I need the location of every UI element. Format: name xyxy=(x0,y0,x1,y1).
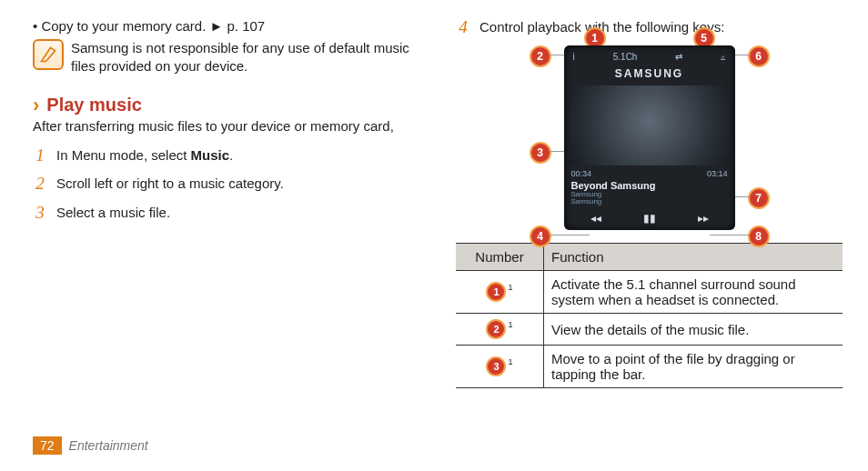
time-total: 03:14 xyxy=(707,169,728,178)
footnote-1: 1 xyxy=(508,283,512,292)
time-current: 00:34 xyxy=(571,169,592,178)
numball-2: 2 xyxy=(486,319,506,339)
shuffle-icon[interactable]: ⇄ xyxy=(675,52,682,62)
chevron-icon: › xyxy=(33,95,39,115)
page-footer: 72 Entertainment xyxy=(33,436,148,455)
track-album: Samsung xyxy=(570,198,730,206)
bullet-copy-to-card: • Copy to your memory card. ► p. 107 xyxy=(33,18,419,34)
callout-7: 7 xyxy=(748,187,770,209)
step-num-3: 3 xyxy=(33,204,47,221)
step-num-1: 1 xyxy=(33,146,47,164)
bullet-text: Copy to your memory card. ► p. 107 xyxy=(41,18,265,34)
caret-up-icon[interactable]: ▵ xyxy=(721,52,725,62)
note-row: Samsung is not responsible for any use o… xyxy=(33,39,419,75)
table-header-row: Number Function xyxy=(456,244,843,271)
next-button[interactable]: ▸▸ xyxy=(698,212,709,225)
callout-6: 6 xyxy=(748,45,770,67)
prev-button[interactable]: ◂◂ xyxy=(590,212,601,225)
time-bar[interactable]: 00:34 03:14 xyxy=(570,169,730,178)
right-column: 4 Control playback with the following ke… xyxy=(456,18,843,388)
left-column: • Copy to your memory card. ► p. 107 Sam… xyxy=(33,18,419,388)
step-num-2: 2 xyxy=(33,175,47,192)
step-num-4: 4 xyxy=(456,18,470,36)
numball-1: 1 xyxy=(486,282,506,302)
func-3: Move to a point of the file by dragging … xyxy=(544,346,843,388)
step-2: 2 Scroll left or right to a music catego… xyxy=(33,175,419,193)
section-desc: After transferring music files to your d… xyxy=(33,117,419,135)
table-row: 21 View the details of the music file. xyxy=(456,314,843,346)
func-2: View the details of the music file. xyxy=(544,314,843,346)
player-top-bar: i 5.1Ch ⇄ ▵ xyxy=(570,51,730,64)
surround-icon[interactable]: 5.1Ch xyxy=(613,52,638,62)
album-art xyxy=(570,85,730,165)
numball-3: 3 xyxy=(486,356,506,376)
func-1: Activate the 5.1 channel surround sound … xyxy=(544,271,843,314)
step-3: 3 Select a music file. xyxy=(33,204,419,222)
step-1: 1 In Menu mode, select Music. xyxy=(33,146,419,165)
callout-4: 4 xyxy=(530,225,551,247)
step-3-text: Select a music file. xyxy=(56,204,170,222)
play-pause-button[interactable]: ▮▮ xyxy=(643,212,656,225)
steps-list: 1 In Menu mode, select Music. 2 Scroll l… xyxy=(33,146,419,222)
step-4: 4 Control playback with the following ke… xyxy=(456,18,843,36)
footnote-1: 1 xyxy=(508,320,512,329)
info-icon[interactable]: i xyxy=(573,52,575,62)
brand-label: SAMSUNG xyxy=(570,67,730,80)
track-title: Beyond Samsung xyxy=(570,180,730,191)
step-2-text: Scroll left or right to a music category… xyxy=(56,175,284,193)
player-diagram: 2 3 4 1 6 7 8 5 i 5.1Ch ⇄ ▵ xyxy=(477,45,823,231)
player-controls: ◂◂ ▮▮ ▸▸ xyxy=(570,212,730,225)
callout-8: 8 xyxy=(748,225,770,247)
step-1-text: In Menu mode, select Music. xyxy=(56,146,233,165)
page-number: 72 xyxy=(33,436,62,455)
function-table: Number Function 11 Activate the 5.1 chan… xyxy=(456,243,843,388)
col-function: Function xyxy=(544,244,843,271)
note-text: Samsung is not responsible for any use o… xyxy=(71,39,419,75)
table-row: 11 Activate the 5.1 channel surround sou… xyxy=(456,271,843,314)
music-player: i 5.1Ch ⇄ ▵ SAMSUNG 00:34 03:14 Beyond S… xyxy=(564,45,735,231)
col-number: Number xyxy=(456,244,544,271)
callout-2: 2 xyxy=(530,45,551,67)
footnote-1: 1 xyxy=(508,357,512,366)
footer-category: Entertainment xyxy=(69,438,148,453)
note-icon xyxy=(33,39,64,70)
callout-3: 3 xyxy=(530,142,551,164)
heading-text: Play music xyxy=(46,95,142,115)
table-row: 31 Move to a point of the file by draggi… xyxy=(456,346,843,388)
section-heading: › Play music xyxy=(33,95,419,115)
